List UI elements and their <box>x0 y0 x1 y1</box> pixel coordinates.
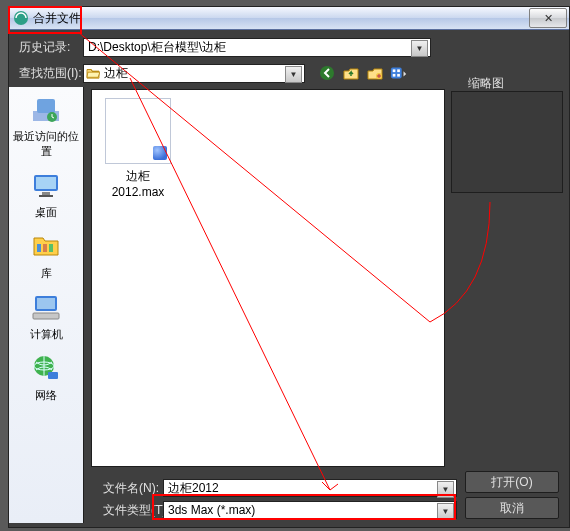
sidebar-item-label: 桌面 <box>9 205 83 220</box>
svg-rect-12 <box>36 177 56 189</box>
file-thumbnail-icon <box>105 98 171 164</box>
history-path-text: D:\Desktop\柜台模型\边柜 <box>88 39 226 56</box>
lookin-folder-dropdown[interactable]: 边柜 ▼ <box>83 64 305 83</box>
sidebar-item-desktop[interactable]: 桌面 <box>9 169 83 220</box>
filename-input[interactable]: 边柜2012 ▼ <box>163 479 457 497</box>
thumbnail-heading: 缩略图 <box>468 75 504 92</box>
new-folder-icon[interactable] <box>366 64 384 82</box>
chevron-down-icon[interactable]: ▼ <box>437 503 454 520</box>
file-list-area[interactable]: 边柜2012.max <box>91 89 445 467</box>
sidebar-item-label: 库 <box>9 266 83 281</box>
filetype-value: 3ds Max (*.max) <box>168 503 255 517</box>
svg-rect-3 <box>391 68 402 79</box>
svg-rect-16 <box>43 244 47 252</box>
filename-value: 边柜2012 <box>168 480 219 497</box>
sidebar-item-computer[interactable]: 计算机 <box>9 291 83 342</box>
svg-rect-4 <box>393 69 396 72</box>
cancel-button[interactable]: 取消 <box>465 497 559 519</box>
window-close-button[interactable]: ✕ <box>529 8 567 28</box>
chevron-down-icon[interactable]: ▼ <box>437 481 454 498</box>
svg-rect-19 <box>37 298 55 309</box>
view-menu-icon[interactable] <box>390 64 408 82</box>
sidebar-item-label: 计算机 <box>9 327 83 342</box>
open-button-label: 打开(O) <box>491 474 532 491</box>
svg-rect-5 <box>397 69 400 72</box>
file-name-label: 边柜2012.max <box>102 168 174 199</box>
window-title: 合并文件 <box>33 10 81 27</box>
titlebar[interactable]: 合并文件 ✕ <box>9 7 569 30</box>
svg-rect-14 <box>39 195 53 197</box>
filetype-dropdown[interactable]: 3ds Max (*.max) ▼ <box>163 501 457 519</box>
recent-icon <box>30 93 62 125</box>
folder-open-icon <box>86 67 100 79</box>
app-icon <box>13 10 29 26</box>
computer-icon <box>30 291 62 323</box>
history-label: 历史记录: <box>19 39 83 56</box>
sidebar-item-libraries[interactable]: 库 <box>9 230 83 281</box>
history-path-dropdown[interactable]: D:\Desktop\柜台模型\边柜 ▼ <box>83 38 431 57</box>
svg-point-1 <box>320 66 334 80</box>
network-icon <box>30 352 62 384</box>
svg-rect-17 <box>49 244 53 252</box>
back-icon[interactable] <box>318 64 336 82</box>
up-one-level-icon[interactable] <box>342 64 360 82</box>
close-icon: ✕ <box>544 12 553 25</box>
filename-label: 文件名(N): <box>103 480 163 497</box>
sidebar-item-label: 网络 <box>9 388 83 403</box>
file-item[interactable]: 边柜2012.max <box>102 98 174 199</box>
sidebar-item-network[interactable]: 网络 <box>9 352 83 403</box>
desktop-icon <box>30 169 62 201</box>
svg-rect-20 <box>33 313 59 319</box>
svg-rect-7 <box>397 74 400 77</box>
chevron-down-icon[interactable]: ▼ <box>411 40 428 57</box>
dialog-window: 合并文件 ✕ 历史记录: D:\Desktop\柜台模型\边柜 ▼ 查找范围(I… <box>8 6 570 528</box>
svg-rect-13 <box>42 192 50 195</box>
svg-rect-6 <box>393 74 396 77</box>
sidebar-item-recent[interactable]: 最近访问的位置 <box>9 93 83 159</box>
filetype-label: 文件类型(T): <box>103 502 163 519</box>
svg-rect-9 <box>37 99 55 113</box>
libraries-icon <box>30 230 62 262</box>
places-sidebar: 最近访问的位置 桌面 库 计算机 网络 <box>9 87 84 523</box>
lookin-folder-text: 边柜 <box>104 65 128 82</box>
lookin-label: 查找范围(I): <box>19 65 83 82</box>
svg-rect-15 <box>37 244 41 252</box>
svg-rect-23 <box>48 372 58 379</box>
open-button[interactable]: 打开(O) <box>465 471 559 493</box>
chevron-down-icon[interactable]: ▼ <box>285 66 302 83</box>
cancel-button-label: 取消 <box>500 500 524 517</box>
sidebar-item-label: 最近访问的位置 <box>9 129 83 159</box>
thumbnail-preview-panel <box>451 91 563 193</box>
